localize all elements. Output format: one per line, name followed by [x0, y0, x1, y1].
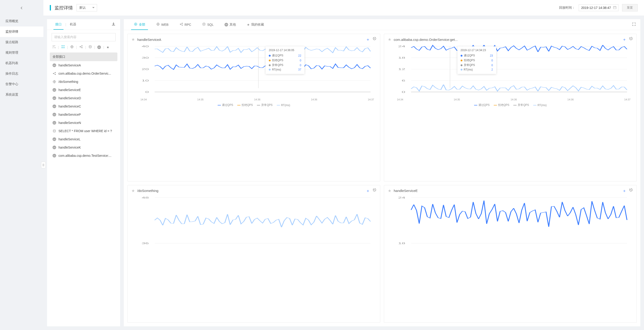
- chart-area[interactable]: 1824: [388, 195, 633, 249]
- list-item-label: 全部接口: [52, 55, 65, 59]
- list-item-label: /doSomething: [58, 80, 78, 83]
- share-filter-icon[interactable]: [79, 44, 83, 50]
- chart-tab[interactable]: 全部: [131, 19, 148, 30]
- tooltip-value: 23: [490, 54, 493, 57]
- history-button[interactable]: [629, 37, 633, 42]
- chart-title: handleServiceA: [137, 38, 364, 41]
- globe-filter-icon[interactable]: [70, 44, 74, 50]
- search-input[interactable]: 请输入搜索内容: [52, 33, 116, 41]
- list-item[interactable]: /doSomething: [50, 78, 118, 86]
- nav-item[interactable]: 机器列表: [0, 58, 44, 68]
- sort-icon[interactable]: [52, 44, 56, 50]
- tooltip-label: RT(ms): [464, 68, 490, 71]
- x-tick: 14:34: [140, 98, 147, 101]
- tooltip-label: 通过QPS: [272, 54, 297, 57]
- list-item[interactable]: •••handleServiceP: [50, 110, 118, 119]
- interface-list: 全部接口•••handleServiceAcom.alibaba.csp.dem…: [47, 52, 120, 326]
- x-tick: 14:37: [624, 98, 630, 101]
- panel-tab-machine[interactable]: 机器: [66, 19, 80, 30]
- add-rule-button[interactable]: ＋: [366, 37, 370, 42]
- svg-text:36: 36: [142, 242, 149, 245]
- chart-tab[interactable]: WEB: [154, 19, 171, 30]
- chart-area[interactable]: 3648: [131, 195, 376, 249]
- dots-icon: •••: [52, 146, 56, 149]
- tooltip-label: RT(ms): [272, 68, 297, 71]
- svg-point-3: [62, 47, 62, 48]
- filter-row: | | | | | ••• | ★: [47, 44, 120, 52]
- tooltip-value: 2: [492, 68, 493, 71]
- more-filter-icon[interactable]: •••: [97, 45, 102, 49]
- svg-text:6: 6: [402, 79, 405, 82]
- chart-tab[interactable]: SQL: [199, 19, 216, 30]
- svg-point-8: [82, 47, 82, 48]
- tooltip-value: 37: [298, 68, 301, 71]
- list-item[interactable]: •••handleServiceC: [50, 102, 118, 110]
- svg-text:0: 0: [145, 91, 149, 93]
- add-rule-button[interactable]: ＋: [622, 188, 626, 194]
- list-item[interactable]: •••handleServiceL: [50, 135, 118, 143]
- svg-text:40: 40: [142, 45, 149, 48]
- sidebar-collapse-handle[interactable]: [41, 162, 46, 168]
- grid-icon[interactable]: [61, 44, 65, 50]
- list-item-label: com.alibaba.csp.demo.OrderServic...: [58, 72, 111, 75]
- nav-item[interactable]: 应用概览: [0, 16, 44, 26]
- reset-button[interactable]: 重置: [622, 4, 638, 11]
- db-filter-icon[interactable]: [88, 44, 92, 50]
- nav-item[interactable]: 告警中心: [0, 79, 44, 89]
- svg-point-17: [136, 24, 136, 24]
- x-tick: 14:34: [397, 98, 403, 101]
- x-tick: 14:36: [568, 98, 574, 101]
- tooltip-label: 拒绝QPS: [272, 58, 298, 62]
- nav-item[interactable]: 规则管理: [0, 47, 44, 58]
- nav-item[interactable]: 监控详情: [0, 26, 44, 37]
- nav-item[interactable]: 簇点链路: [0, 37, 44, 47]
- dots-icon: •••: [52, 113, 56, 116]
- dots-icon: •••: [52, 137, 56, 141]
- list-item[interactable]: com.alibaba.csp.demo.OrderServic...: [50, 69, 118, 78]
- back-button[interactable]: [0, 0, 44, 16]
- x-tick: 14:37: [368, 98, 374, 101]
- left-panel: 接口 | 机器 请输入搜索内容 | | | |: [47, 19, 120, 326]
- list-item[interactable]: •••com.alibaba.csp.demo.TestService:...: [50, 152, 118, 160]
- list-item[interactable]: 全部接口: [50, 52, 118, 61]
- history-button[interactable]: [373, 37, 376, 42]
- chart-area[interactable]: 061218242019-12-17 14:34:23通过QPS23拒绝QPS0…: [388, 44, 633, 97]
- star-filter-icon[interactable]: ★: [106, 45, 110, 49]
- favorite-star[interactable]: ★: [388, 188, 392, 193]
- favorite-star[interactable]: ★: [388, 37, 392, 42]
- history-button[interactable]: [629, 188, 633, 194]
- download-icon[interactable]: [112, 22, 116, 27]
- add-rule-button[interactable]: ＋: [366, 188, 370, 194]
- favorite-star[interactable]: ★: [131, 188, 135, 193]
- panel-tabs: 接口 | 机器: [47, 19, 120, 30]
- add-rule-button[interactable]: ＋: [622, 37, 626, 42]
- list-item[interactable]: •••handleServiceA: [50, 61, 118, 69]
- list-item-label: com.alibaba.csp.demo.TestService:...: [58, 154, 112, 157]
- svg-text:20: 20: [142, 68, 149, 70]
- nav-item[interactable]: 系统设置: [0, 89, 44, 100]
- chart-area[interactable]: 0102030402019-12-17 14:36:05通过QPS22拒绝QPS…: [131, 44, 376, 97]
- list-item[interactable]: •••handleServiceN: [50, 119, 118, 127]
- history-button[interactable]: [373, 188, 376, 194]
- right-panel: 全部WEBRPCSQL•••其他★我的收藏 ★handleServiceA＋01…: [124, 19, 640, 326]
- favorite-star[interactable]: ★: [131, 37, 135, 42]
- charts-grid: ★handleServiceA＋0102030402019-12-17 14:3…: [124, 30, 640, 326]
- expand-icon[interactable]: [632, 22, 636, 27]
- list-item[interactable]: •••handleServiceE: [50, 86, 118, 94]
- chart-tab[interactable]: ★我的收藏: [244, 19, 267, 30]
- list-item[interactable]: •••handleServiceK: [50, 143, 118, 152]
- calendar-icon: [613, 6, 616, 10]
- nav-item[interactable]: 操作日志: [0, 68, 44, 79]
- chart-tab[interactable]: RPC: [177, 19, 194, 30]
- list-item[interactable]: •••handleServiceD: [50, 94, 118, 102]
- list-item[interactable]: SELECT * FROM user WHERE id = ?: [50, 127, 118, 135]
- tooltip-value: 0: [300, 59, 301, 62]
- replay-time-input[interactable]: 2019-12-17 14:38:47: [579, 4, 618, 11]
- svg-point-21: [182, 25, 183, 25]
- panel-tab-interface[interactable]: 接口: [52, 19, 65, 30]
- chart-legend: 通过QPS拒绝QPS异常QPSRT(ms): [388, 103, 633, 107]
- chart-tab[interactable]: •••其他: [222, 19, 239, 30]
- chart-svg: 06121824: [388, 44, 633, 96]
- mode-select[interactable]: 默认: [76, 4, 97, 11]
- sidebar: 应用概览监控详情簇点链路规则管理机器列表操作日志告警中心系统设置: [0, 0, 44, 330]
